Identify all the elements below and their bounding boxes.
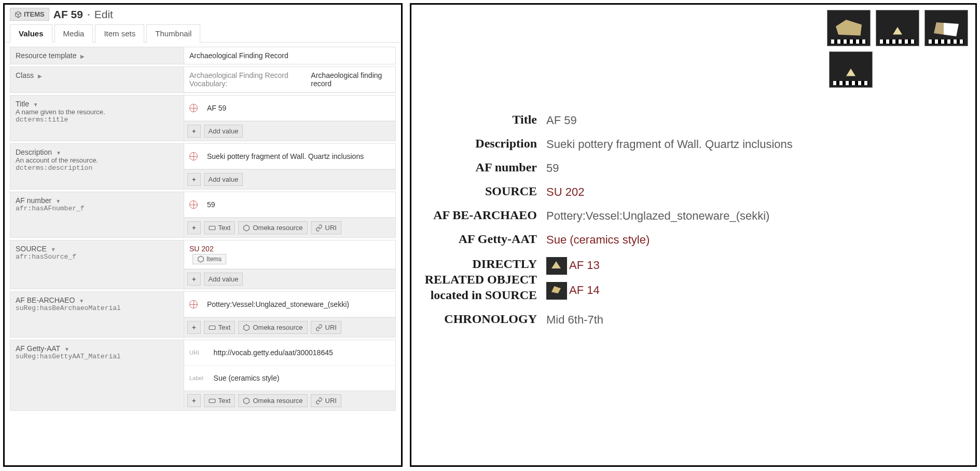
uri-prefix: URI: [189, 349, 205, 356]
thumbnail-1[interactable]: [827, 10, 871, 46]
detail-title: Title AF 59: [422, 113, 955, 127]
view-panel: Title AF 59 Description Sueki pottery fr…: [410, 3, 977, 467]
chevron-down-icon[interactable]: ▼: [79, 298, 84, 304]
related-af13[interactable]: AF 13: [546, 257, 955, 275]
link-icon: [315, 224, 323, 232]
type-text-button[interactable]: Text: [204, 221, 236, 234]
detail-source-link[interactable]: SU 202: [546, 184, 955, 199]
type-text-button[interactable]: Text: [204, 394, 236, 407]
detail-be-archaeo: AF BE-ARCHAEO Pottery:Vessel:Unglazed_st…: [422, 208, 955, 223]
add-button[interactable]: +: [187, 173, 201, 186]
tab-values[interactable]: Values: [10, 24, 52, 43]
thumbnail-3[interactable]: [924, 10, 968, 46]
detail-description: Description Sueki pottery fragment of Wa…: [422, 137, 955, 151]
add-button[interactable]: +: [187, 273, 201, 286]
be-archaeo-input[interactable]: [202, 296, 390, 313]
chevron-right-icon: ▶: [80, 53, 85, 59]
type-uri-button[interactable]: URI: [311, 221, 341, 234]
tab-thumbnail[interactable]: Thumbnail: [146, 24, 200, 43]
detail-list: Title AF 59 Description Sueki pottery fr…: [411, 93, 975, 346]
row-resource-template: Resource template ▶: [10, 47, 396, 64]
keyboard-icon: [209, 324, 216, 331]
svg-rect-2: [209, 399, 215, 402]
mini-thumb-icon: [546, 282, 567, 300]
label-prefix: Label: [189, 375, 205, 381]
resource-template-input[interactable]: [184, 47, 395, 64]
chevron-down-icon[interactable]: ▼: [33, 102, 38, 107]
type-omeka-button[interactable]: Omeka resource: [238, 321, 307, 334]
mini-thumb-icon: [546, 257, 567, 275]
tabs: Values Media Item sets Thumbnail: [5, 24, 401, 43]
add-value-button[interactable]: Add value: [204, 273, 243, 286]
source-items-chip[interactable]: Items: [192, 254, 226, 264]
thumbnail-strip: [411, 5, 975, 93]
type-omeka-button[interactable]: Omeka resource: [238, 221, 307, 234]
add-button[interactable]: +: [187, 394, 201, 407]
description-input[interactable]: [202, 148, 390, 165]
detail-chronology: CHRONOLOGY Mid 6th-7th: [422, 312, 955, 327]
chevron-right-icon: ▶: [38, 73, 42, 79]
tab-item-sets[interactable]: Item sets: [95, 24, 144, 43]
cube-icon: [243, 224, 250, 232]
related-af14[interactable]: AF 14: [546, 282, 955, 300]
svg-rect-0: [209, 226, 215, 230]
type-text-button[interactable]: Text: [204, 321, 236, 334]
detail-getty-link[interactable]: Sue (ceramics style): [546, 232, 955, 247]
chevron-down-icon[interactable]: ▼: [64, 346, 70, 352]
add-value-button[interactable]: Add value: [204, 173, 243, 186]
row-be-archaeo: AF BE-ARCHAEO ▼ suReg:hasBeArchaeoMateri…: [10, 291, 396, 338]
source-link[interactable]: SU 202: [189, 245, 214, 253]
form: Resource template ▶ Class ▶ Archaeologic…: [5, 43, 401, 416]
detail-source: SOURCE SU 202: [422, 184, 955, 199]
row-getty-aat: AF Getty-AAT ▼ suReg:hasGettyAAT_Materia…: [10, 340, 396, 411]
edit-panel: ITEMS AF 59 · Edit Values Media Item set…: [3, 3, 403, 467]
row-af-number: AF number ▼ afr:hasAFnumber_f + Text Ome…: [10, 192, 396, 238]
row-source: SOURCE ▼ afr:hasSource_f SU 202 Items + …: [10, 240, 396, 289]
page-title: AF 59: [53, 8, 83, 21]
thumbnail-4[interactable]: [829, 51, 873, 88]
cube-icon: [15, 11, 22, 18]
keyboard-icon: [209, 397, 216, 405]
add-button[interactable]: +: [187, 321, 201, 334]
row-class: Class ▶ Archaeological Finding Record Vo…: [10, 66, 396, 93]
cube-icon: [243, 397, 250, 405]
globe-icon[interactable]: [189, 200, 198, 209]
globe-icon[interactable]: [189, 152, 198, 160]
items-label: ITEMS: [24, 10, 45, 18]
globe-icon[interactable]: [189, 104, 198, 112]
label-class: Class ▶: [10, 67, 184, 92]
row-title: Title ▼ A name given to the resource. dc…: [10, 95, 396, 141]
keyboard-icon: [209, 224, 216, 232]
thumbnail-2[interactable]: [876, 10, 919, 46]
add-value-button[interactable]: Add value: [204, 125, 243, 138]
globe-icon[interactable]: [189, 300, 198, 308]
items-breadcrumb-button[interactable]: ITEMS: [10, 8, 49, 21]
chevron-down-icon[interactable]: ▼: [56, 198, 61, 204]
label-resource-template: Resource template ▶: [10, 47, 184, 64]
detail-related-objects: DIRECTLY RELATED OBJECT located in SOURC…: [422, 256, 955, 303]
detail-getty-aat: AF Getty-AAT Sue (ceramics style): [422, 232, 955, 247]
add-button[interactable]: +: [187, 125, 201, 138]
breadcrumb: ITEMS AF 59 · Edit: [5, 5, 401, 24]
class-value[interactable]: Archaeological Finding Record Vocabulary…: [184, 67, 395, 92]
af-number-input[interactable]: [202, 196, 390, 213]
breadcrumb-sep: ·: [87, 8, 90, 21]
getty-label-input[interactable]: [209, 370, 390, 386]
add-button[interactable]: +: [187, 221, 201, 234]
getty-uri-input[interactable]: [209, 344, 390, 361]
tab-media[interactable]: Media: [54, 24, 93, 43]
page-mode: Edit: [94, 8, 113, 21]
chevron-down-icon[interactable]: ▼: [51, 247, 56, 252]
type-uri-button[interactable]: URI: [311, 321, 341, 334]
cube-icon: [197, 255, 204, 263]
link-icon: [315, 397, 323, 405]
link-icon: [315, 324, 323, 331]
row-description: Description ▼ An account of the resource…: [10, 143, 396, 190]
title-input[interactable]: [202, 100, 390, 116]
svg-rect-1: [209, 326, 215, 329]
chevron-down-icon[interactable]: ▼: [56, 150, 61, 156]
type-omeka-button[interactable]: Omeka resource: [238, 394, 307, 407]
detail-af-number: AF number 59: [422, 160, 955, 175]
type-uri-button[interactable]: URI: [311, 394, 341, 407]
cube-icon: [243, 324, 250, 331]
